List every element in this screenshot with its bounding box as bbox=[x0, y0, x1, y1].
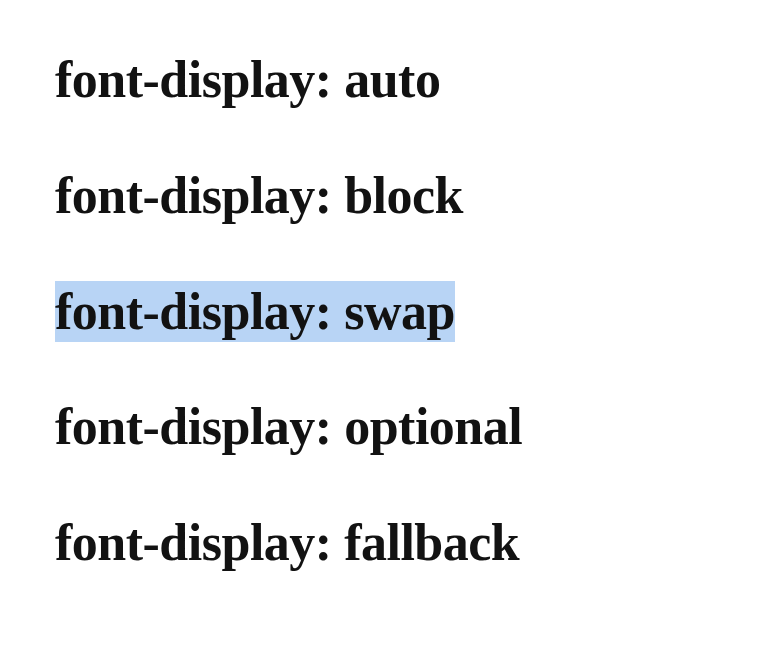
list-item: font-display: block bbox=[55, 166, 707, 226]
css-property-list: font-display: auto font-display: block f… bbox=[55, 50, 707, 573]
list-item: font-display: fallback bbox=[55, 513, 707, 573]
list-item: font-display: optional bbox=[55, 397, 707, 457]
list-item: font-display: swap bbox=[55, 282, 707, 342]
list-item: font-display: auto bbox=[55, 50, 707, 110]
property-text: font-display: auto bbox=[55, 51, 440, 108]
property-text-highlighted: font-display: swap bbox=[55, 281, 455, 342]
property-text: font-display: optional bbox=[55, 398, 522, 455]
property-text: font-display: block bbox=[55, 167, 463, 224]
property-text: font-display: fallback bbox=[55, 514, 519, 571]
